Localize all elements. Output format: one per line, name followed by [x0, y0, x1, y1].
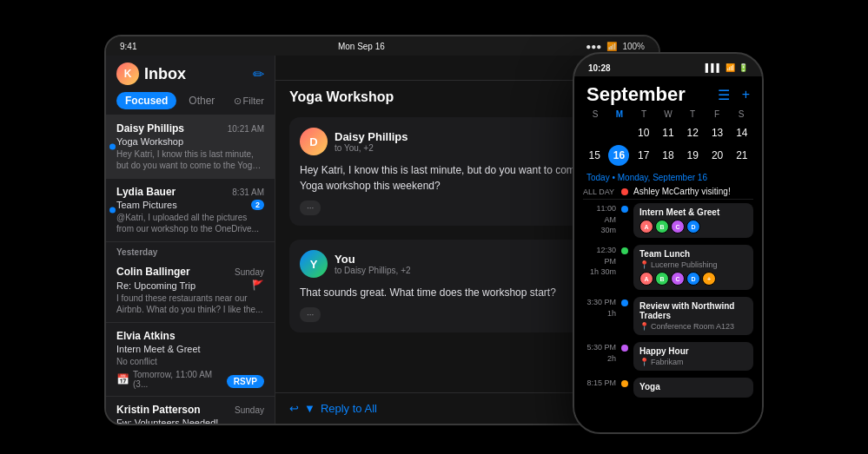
cal-day[interactable]: 12 [682, 122, 703, 143]
event-time-col: 8:15 PM [583, 378, 616, 389]
tablet-time: 9:41 [120, 42, 136, 51]
email-subject: Intern Meet & Greet [116, 344, 264, 354]
tab-focused[interactable]: Focused [116, 92, 176, 109]
all-day-event-text: Ashley McCarthy visiting! [633, 187, 731, 196]
calendar-add-event-icon[interactable]: + [742, 87, 750, 102]
event-name: Review with Northwind Traders [639, 301, 747, 320]
unread-indicator [109, 144, 116, 150]
phone-calendar: September ☰ + S M T W T F S 10 11 1 [574, 76, 762, 432]
event-card[interactable]: Yoga [633, 378, 753, 398]
quick-action-1[interactable]: ··· [300, 307, 321, 322]
phone-wifi-icon: 📶 [726, 63, 735, 72]
event-name: Team Lunch [639, 249, 747, 259]
tablet-battery: 100% [622, 42, 645, 51]
event-card[interactable]: Intern Meet & Greet A B C D [633, 203, 753, 238]
location-pin-icon: 📍 [639, 358, 649, 366]
attendee-avatar: C [671, 220, 685, 234]
cal-day[interactable]: 15 [584, 145, 605, 166]
day-label-t1: T [632, 109, 656, 119]
all-day-event: ALL DAY Ashley McCarthy visiting! [583, 184, 753, 200]
attendee-avatar: B [655, 272, 669, 286]
event-card[interactable]: Team Lunch 📍 Lucerne Publishing A B C D … [633, 245, 753, 290]
day-label-t2: T [680, 109, 705, 119]
tablet-signal: ●●● [586, 42, 601, 51]
cal-day[interactable]: 10 [633, 122, 654, 143]
calendar-month: September [586, 83, 686, 106]
event-location: 📍 Lucerne Publishing [639, 260, 747, 269]
cal-day[interactable] [608, 122, 629, 143]
list-item[interactable]: Colin Ballinger Sunday Re: Upcoming Trip… [106, 259, 275, 323]
calendar-header-icons: ☰ + [718, 87, 750, 103]
event-row: 3:30 PM1h Review with Northwind Traders … [583, 297, 753, 335]
sender-avatar: Y [300, 250, 328, 278]
calendar-list-view-icon[interactable]: ☰ [718, 87, 730, 103]
cal-day[interactable] [584, 122, 605, 143]
email-subject-text: Team Pictures [116, 200, 177, 210]
user-avatar: K [116, 63, 139, 85]
reply-label: ▼ [304, 402, 315, 415]
email-sidebar: K Inbox ✏ Focused Other ⊙ Filter [106, 56, 275, 424]
rsvp-button[interactable]: RSVP [227, 375, 264, 388]
inbox-title-row: K Inbox ✏ [116, 63, 264, 85]
all-day-label: ALL DAY [583, 188, 616, 196]
email-item-header: Lydia Bauer 8:31 AM [116, 186, 264, 198]
event-dot [621, 299, 628, 306]
event-name: Happy Hour [639, 346, 747, 356]
cal-day[interactable]: 19 [682, 145, 703, 166]
filter-button[interactable]: ⊙ Filter [234, 95, 264, 107]
phone-signal-icon: ▌▌▌ [706, 63, 722, 72]
email-sender: Lydia Bauer [116, 186, 176, 198]
event-dot-red [621, 188, 628, 195]
cal-day[interactable]: 20 [707, 145, 728, 166]
event-row: 8:15 PM Yoga [583, 378, 753, 398]
list-item[interactable]: Lydia Bauer 8:31 AM Team Pictures 2 @Kat… [106, 179, 275, 242]
cal-day[interactable]: 13 [707, 122, 728, 143]
list-item[interactable]: Daisy Phillips 10:21 AM Yoga Workshop He… [106, 115, 275, 179]
event-card[interactable]: Happy Hour 📍 Fabrikam [633, 342, 753, 371]
email-subject: Team Pictures 2 [116, 200, 264, 210]
cal-day[interactable]: 17 [633, 145, 654, 166]
reply-icon: ↩ [289, 402, 299, 415]
phone-battery-icon: 🔋 [739, 63, 748, 72]
list-item[interactable]: Kristin Patterson Sunday Fw: Volunteers … [106, 397, 275, 424]
tablet-status-bar: 9:41 Mon Sep 16 ●●● 📶 100% [106, 36, 659, 56]
reply-all-button[interactable]: ↩ ▼ Reply to All [289, 402, 377, 415]
quick-action-1[interactable]: ··· [300, 201, 321, 215]
message-sender-info: D Daisy Phillips to You, +2 [300, 128, 408, 155]
list-item[interactable]: Elvia Atkins Intern Meet & Greet No conf… [106, 323, 275, 397]
cal-day[interactable]: 11 [658, 122, 679, 143]
calendar-events: ALL DAY Ashley McCarthy visiting! 11:00 … [574, 184, 762, 432]
event-avatars: A B C D [639, 220, 747, 234]
email-preview: No conflict [116, 356, 264, 367]
event-time-col: 11:00 AM30m [583, 203, 616, 236]
attendee-avatar: C [671, 272, 685, 286]
email-subject: Fw: Volunteers Needed! [116, 418, 264, 424]
event-time: 5:30 PM2h [583, 342, 616, 364]
email-time: 8:31 AM [232, 188, 264, 197]
msg-sender-name: You [335, 253, 411, 266]
section-label-yesterday: Yesterday [106, 242, 275, 259]
compose-button[interactable]: ✏ [253, 66, 264, 82]
event-time: 11:00 AM30m [583, 203, 616, 236]
cal-day[interactable]: 21 [732, 145, 752, 166]
calendar-icon: 📅 [116, 373, 129, 385]
calendar-grid: S M T W T F S 10 11 12 13 14 15 16 17 18 [574, 109, 762, 169]
attendee-avatar: A [639, 220, 653, 234]
event-dot [621, 345, 628, 352]
event-location: 📍 Conference Room A123 [639, 322, 747, 331]
msg-recipients: to Daisy Phillips, +2 [335, 266, 411, 275]
cal-day[interactable]: 18 [658, 145, 679, 166]
email-time: Sunday [235, 405, 264, 415]
cal-day[interactable]: 14 [732, 122, 752, 143]
calendar-header: September ☰ + [574, 76, 762, 109]
day-label-s2: S [729, 109, 753, 119]
email-item-header: Kristin Patterson Sunday [116, 404, 264, 416]
email-sender: Elvia Atkins [116, 330, 176, 342]
event-time: 8:15 PM [583, 378, 616, 389]
tab-other[interactable]: Other [182, 92, 222, 109]
event-card[interactable]: Review with Northwind Traders 📍 Conferen… [633, 297, 753, 335]
flag-icon: 🚩 [252, 280, 264, 291]
cal-day-today[interactable]: 16 [608, 145, 629, 166]
event-row: 5:30 PM2h Happy Hour 📍 Fabrikam [583, 342, 753, 371]
event-time-col: 12:30 PM1h 30m [583, 245, 616, 278]
